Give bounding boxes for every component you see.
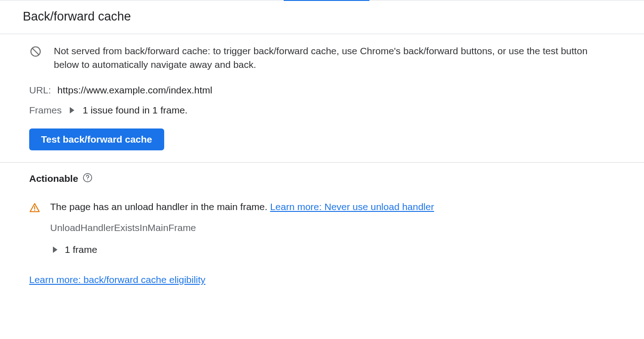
expand-right-icon[interactable] [53,247,57,253]
active-tab-indicator [284,0,369,1]
issue-frame-row[interactable]: 1 frame [50,244,434,255]
actionable-issue: The page has an unload handler in the ma… [29,201,615,255]
issue-learn-more-link[interactable]: Learn more: Never use unload handler [270,201,434,212]
expand-right-icon[interactable] [70,107,74,113]
issue-message: The page has an unload handler in the ma… [50,201,270,212]
frames-summary: 1 issue found in 1 frame. [83,105,187,116]
blocked-icon [29,45,42,58]
svg-point-3 [88,180,88,180]
warning-icon [29,202,40,213]
issue-frame-summary: 1 frame [65,244,97,255]
panel-title: Back/forward cache [23,10,621,24]
issue-reason-code: UnloadHandlerExistsInMainFrame [50,222,434,233]
test-bfcache-button[interactable]: Test back/forward cache [29,128,164,150]
actionable-section: Actionable The page has an unload handle… [0,163,644,299]
url-value: https://www.example.com/index.html [57,85,213,96]
actionable-heading: Actionable [29,173,78,184]
frames-row[interactable]: Frames 1 issue found in 1 frame. [29,105,615,116]
bfcache-status-message: Not served from back/forward cache: to t… [54,44,615,72]
bfcache-status-section: Not served from back/forward cache: to t… [0,34,644,163]
panel-header: Back/forward cache [0,0,644,34]
help-icon[interactable] [83,173,93,185]
svg-point-5 [34,210,35,211]
url-row: URL: https://www.example.com/index.html [29,85,615,96]
bfcache-eligibility-link[interactable]: Learn more: back/forward cache eligibili… [29,274,205,285]
url-label: URL: [29,85,51,96]
frames-label: Frames [29,105,62,116]
svg-line-1 [32,48,39,55]
